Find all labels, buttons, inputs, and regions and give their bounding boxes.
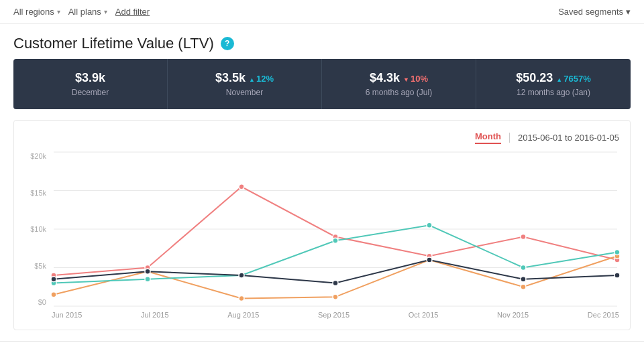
help-icon[interactable]: ?: [221, 37, 234, 50]
saved-segments-button[interactable]: Saved segments ▾: [558, 7, 631, 17]
svg-point-30: [427, 257, 432, 263]
stat-item: $50.23 7657% 12 months ago (Jan): [476, 59, 631, 109]
saved-segments-label: Saved segments: [558, 7, 623, 17]
svg-point-29: [333, 281, 338, 286]
svg-point-24: [521, 265, 526, 271]
svg-point-32: [614, 273, 620, 278]
x-label: Dec 2015: [588, 311, 619, 319]
chart-controls: Month 2015-06-01 to 2016-01-05: [25, 131, 619, 144]
x-label: Nov 2015: [497, 311, 529, 319]
all-regions-label: All regions: [13, 7, 54, 17]
x-label: Jun 2015: [52, 311, 82, 319]
y-axis: $20k $15k $10k $5k $0: [25, 152, 52, 306]
svg-point-15: [333, 294, 338, 299]
bottom-bar: Compare to saved segments ▾ Twitter ✕ Fa…: [0, 341, 644, 347]
x-label: Sep 2015: [318, 311, 350, 319]
svg-point-12: [51, 292, 56, 297]
stat-item: $4.3k 10% 6 months ago (Jul): [322, 59, 476, 109]
svg-point-10: [521, 234, 526, 240]
svg-point-7: [239, 184, 244, 190]
y-label: $5k: [25, 262, 46, 270]
svg-point-31: [521, 277, 526, 282]
chevron-down-icon: ▾: [57, 8, 60, 15]
svg-point-14: [239, 296, 244, 301]
svg-point-22: [333, 238, 338, 243]
y-label: $15k: [25, 189, 46, 197]
chart-section: Month 2015-06-01 to 2016-01-05 $20k $15k…: [13, 120, 631, 330]
page-title: Customer Lifetime Value (LTV): [13, 35, 214, 52]
add-filter-button[interactable]: Add filter: [115, 7, 150, 17]
all-plans-label: All plans: [68, 7, 101, 17]
x-label: Aug 2015: [227, 311, 259, 319]
chart-area: Jun 2015 Jul 2015 Aug 2015 Sep 2015 Oct …: [52, 152, 619, 319]
arrow-down-icon: [403, 74, 411, 84]
stat-label: 12 months ago (Jan): [490, 88, 617, 97]
stat-label: November: [181, 88, 308, 97]
chart-svg: [52, 152, 619, 306]
svg-point-20: [145, 277, 150, 282]
stat-item: $3.9k December: [13, 59, 168, 109]
top-bar: All regions ▾ All plans ▾ Add filter Sav…: [0, 0, 644, 24]
arrow-up-icon: [556, 74, 564, 84]
svg-point-23: [427, 222, 432, 228]
month-period-button[interactable]: Month: [475, 131, 501, 144]
stat-value: $3.9k: [27, 71, 154, 85]
stat-label: 6 months ago (Jul): [335, 88, 462, 97]
stat-value: $3.5k 12%: [181, 71, 308, 85]
stat-label: December: [27, 88, 154, 97]
y-label: $0: [25, 298, 46, 306]
stat-value: $4.3k 10%: [335, 71, 462, 85]
date-range: 2015-06-01 to 2016-01-05: [509, 133, 619, 143]
x-label: Oct 2015: [409, 311, 439, 319]
stats-bar: $3.9k December $3.5k 12% November $4.3k …: [13, 59, 631, 109]
stat-change-up: 7657%: [556, 74, 590, 84]
y-label: $20k: [25, 152, 46, 160]
svg-point-17: [521, 284, 526, 289]
arrow-up-icon: [249, 74, 256, 84]
page-header: Customer Lifetime Value (LTV) ?: [0, 24, 644, 59]
all-regions-filter[interactable]: All regions ▾: [13, 7, 60, 17]
stat-change-up: 12%: [249, 74, 274, 84]
all-plans-filter[interactable]: All plans ▾: [68, 7, 107, 17]
top-bar-left: All regions ▾ All plans ▾ Add filter: [13, 7, 150, 17]
svg-point-28: [239, 273, 244, 278]
x-label: Jul 2015: [141, 311, 169, 319]
svg-point-25: [614, 250, 620, 255]
svg-point-27: [145, 269, 150, 274]
stat-item: $3.5k 12% November: [168, 59, 322, 109]
chevron-down-icon: ▾: [626, 7, 631, 17]
chevron-down-icon: ▾: [104, 8, 107, 15]
y-label: $10k: [25, 225, 46, 233]
x-axis: Jun 2015 Jul 2015 Aug 2015 Sep 2015 Oct …: [52, 308, 619, 319]
stat-change-down: 10%: [403, 74, 428, 84]
stat-value: $50.23 7657%: [490, 71, 617, 85]
svg-point-26: [51, 277, 56, 282]
